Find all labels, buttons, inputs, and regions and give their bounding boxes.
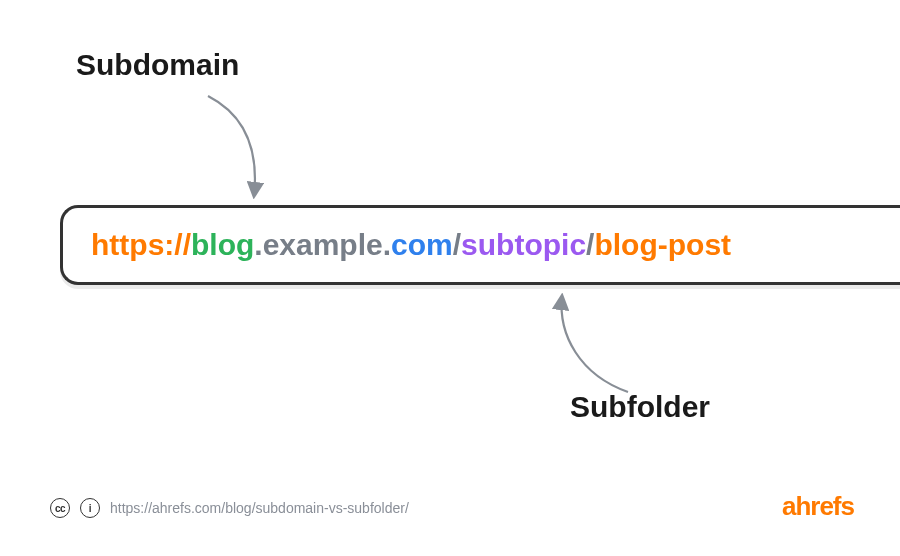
- subfolder-label: Subfolder: [570, 390, 710, 424]
- footer-url: https://ahrefs.com/blog/subdomain-vs-sub…: [110, 500, 409, 516]
- subdomain-label: Subdomain: [76, 48, 239, 82]
- cc-icon: cc: [50, 498, 70, 518]
- footer: cc i https://ahrefs.com/blog/subdomain-v…: [50, 498, 409, 518]
- url-domain: example: [263, 228, 383, 262]
- arrow-subdomain: [196, 88, 316, 208]
- url-tld: com: [391, 228, 453, 262]
- url-post: blog-post: [594, 228, 731, 262]
- url-slash1: /: [453, 228, 461, 262]
- url-slash2: /: [586, 228, 594, 262]
- url-bar: https:// blog . example . com / subtopic…: [60, 205, 900, 285]
- attribution-icon: i: [80, 498, 100, 518]
- url-dot2: .: [383, 228, 391, 262]
- url-subtopic: subtopic: [461, 228, 586, 262]
- url-dot1: .: [254, 228, 262, 262]
- ahrefs-logo: ahrefs: [782, 491, 854, 522]
- url-subdomain: blog: [191, 228, 254, 262]
- url-scheme: https://: [91, 228, 191, 262]
